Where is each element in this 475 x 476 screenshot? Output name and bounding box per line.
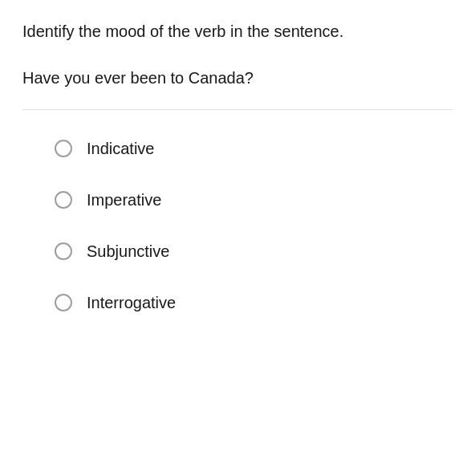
options-list: IndicativeImperativeSubjunctiveInterroga… [22,123,453,328]
option-item-3[interactable]: Subjunctive [55,226,453,277]
question-sentence: Have you ever been to Canada? [22,66,453,90]
question-instruction: Identify the mood of the verb in the sen… [22,19,453,43]
option-label-4: Interrogative [87,291,176,314]
option-item-4[interactable]: Interrogative [55,277,453,328]
option-label-2: Imperative [87,189,161,211]
option-item-1[interactable]: Indicative [55,123,453,174]
option-label-1: Indicative [87,137,155,160]
radio-circle-4 [55,294,72,311]
option-label-3: Subjunctive [87,240,169,262]
section-divider [22,109,453,110]
radio-circle-3 [55,242,72,260]
option-item-2[interactable]: Imperative [55,174,453,226]
radio-circle-2 [55,191,72,209]
radio-circle-1 [55,140,72,157]
